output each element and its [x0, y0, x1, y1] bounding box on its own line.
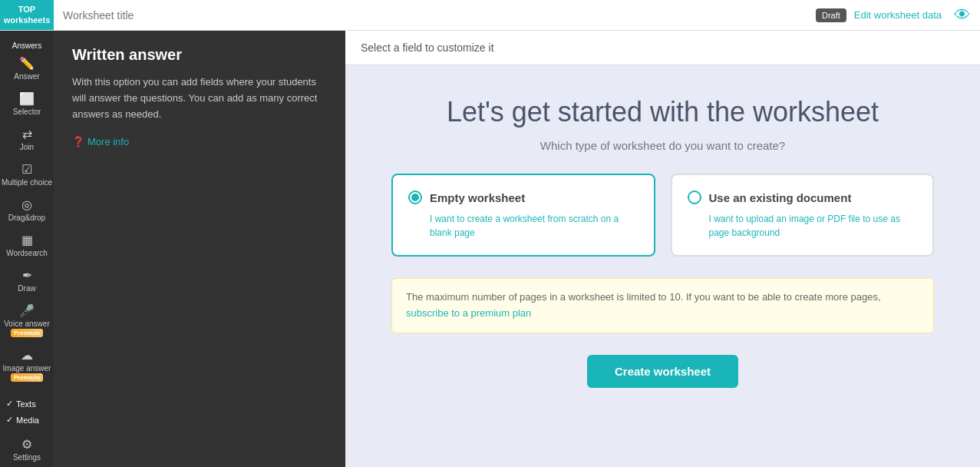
image-answer-label: Image answer: [3, 364, 51, 373]
option-empty-worksheet[interactable]: Empty worksheet I want to create a works…: [391, 174, 655, 257]
sidebar-item-media[interactable]: ✓ Media: [0, 415, 54, 425]
worksheet-setup: Let's get started with the worksheet Whi…: [345, 65, 980, 419]
drag-drop-icon: ◎: [21, 197, 32, 212]
option-existing-title: Use an existing document: [709, 191, 852, 204]
answers-section-label[interactable]: Answers: [12, 41, 41, 50]
logo[interactable]: TOP worksheets: [0, 0, 54, 30]
field-bar: Select a field to customize it: [345, 31, 980, 65]
worksheet-type-options: Empty worksheet I want to create a works…: [391, 174, 934, 257]
image-answer-icon: ☁: [21, 348, 33, 363]
radio-empty-worksheet[interactable]: [408, 190, 422, 204]
draft-badge: Draft: [816, 8, 846, 22]
media-label: Media: [16, 416, 39, 425]
setup-title: Let's get started with the worksheet: [447, 96, 879, 128]
settings-icon: ⚙: [21, 437, 32, 452]
selector-label: Selector: [13, 108, 41, 116]
edit-worksheet-data-link[interactable]: Edit worksheet data: [854, 9, 942, 21]
draw-icon: ✒: [22, 268, 32, 283]
texts-check-icon: ✓: [6, 399, 13, 409]
radio-existing-document[interactable]: [688, 190, 701, 204]
preview-icon[interactable]: 👁: [954, 5, 971, 25]
sidebar: Answers ✏️ Answer ⬜ Selector ⇄ Join ☑ Mu…: [0, 31, 54, 467]
answer-label: Answer: [14, 72, 39, 81]
main-content: Select a field to customize it Let's get…: [345, 31, 980, 467]
multiple-choice-icon: ☑: [21, 162, 32, 177]
sidebar-item-drag-drop[interactable]: ◎ Drag&drop: [0, 194, 54, 225]
option-existing-document[interactable]: Use an existing document I want to uploa…: [671, 174, 935, 257]
premium-plan-link[interactable]: subscribe to a premium plan: [406, 307, 531, 319]
sidebar-item-settings[interactable]: ⚙ Settings: [0, 434, 54, 465]
sidebar-item-wordsearch[interactable]: ▦ Wordsearch: [0, 230, 54, 260]
settings-label: Settings: [13, 453, 41, 462]
panel-title: Written answer: [72, 46, 327, 64]
texts-label: Texts: [16, 399, 36, 409]
written-answer-panel: Written answer With this option you can …: [54, 31, 345, 467]
multiple-choice-label: Multiple choice: [2, 178, 52, 187]
selector-icon: ⬜: [19, 91, 35, 106]
option-empty-header: Empty worksheet: [408, 190, 638, 204]
info-text: The maximum number of pages in a workshe…: [406, 291, 881, 303]
sidebar-item-answer[interactable]: ✏️ Answer: [0, 53, 54, 84]
join-label: Join: [20, 143, 34, 151]
info-box: The maximum number of pages in a workshe…: [391, 278, 934, 333]
voice-answer-premium-badge: Premium: [11, 329, 43, 337]
help-circle-icon: ❓: [72, 136, 84, 147]
worksheet-title-input[interactable]: [54, 9, 816, 22]
option-empty-title: Empty worksheet: [430, 191, 525, 204]
sidebar-item-draw[interactable]: ✒ Draw: [0, 265, 54, 296]
wordsearch-icon: ▦: [21, 233, 33, 247]
join-icon: ⇄: [22, 127, 32, 141]
create-worksheet-button[interactable]: Create worksheet: [587, 355, 738, 388]
drag-drop-label: Drag&drop: [8, 214, 45, 222]
option-existing-header: Use an existing document: [688, 190, 918, 204]
sidebar-item-voice-answer[interactable]: 🎤 Voice answer Premium: [0, 300, 54, 340]
panel-description: With this option you can add fields wher…: [72, 75, 327, 122]
setup-subtitle: Which type of worksheet do you want to c…: [540, 139, 785, 152]
draw-label: Draw: [18, 284, 35, 293]
option-empty-desc: I want to create a worksheet from scratc…: [408, 212, 638, 240]
more-info-label: More info: [87, 136, 129, 147]
sidebar-item-texts[interactable]: ✓ Texts: [0, 399, 54, 409]
top-bar: TOP worksheets Draft Edit worksheet data…: [0, 0, 980, 31]
option-existing-desc: I want to upload an image or PDF file to…: [688, 212, 918, 240]
voice-answer-icon: 🎤: [19, 303, 35, 318]
sidebar-item-selector[interactable]: ⬜ Selector: [0, 88, 54, 119]
answer-icon: ✏️: [19, 56, 35, 71]
logo-text: TOP worksheets: [4, 5, 51, 25]
wordsearch-label: Wordsearch: [6, 249, 48, 257]
sidebar-item-join[interactable]: ⇄ Join: [0, 124, 54, 154]
voice-answer-label: Voice answer: [4, 320, 49, 328]
main-layout: Answers ✏️ Answer ⬜ Selector ⇄ Join ☑ Mu…: [0, 31, 980, 467]
more-info-link[interactable]: ❓ More info: [72, 136, 327, 147]
sidebar-item-image-answer[interactable]: ☁ Image answer Premium: [0, 345, 54, 385]
sidebar-item-multiple-choice[interactable]: ☑ Multiple choice: [0, 159, 54, 190]
media-check-icon: ✓: [6, 415, 13, 425]
image-answer-premium-badge: Premium: [11, 373, 43, 382]
